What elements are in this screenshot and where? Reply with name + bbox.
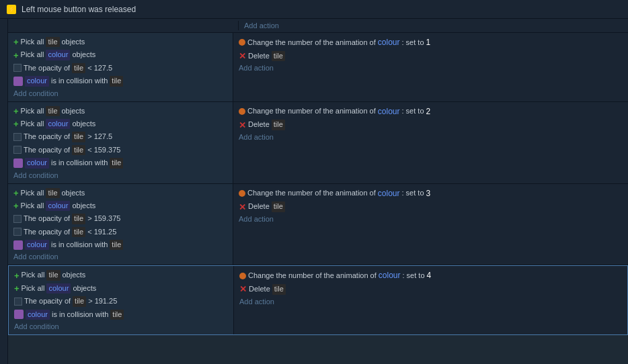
tile-keyword: tile (272, 51, 285, 61)
condition-item: + Pick all tile objects (13, 105, 230, 118)
tile-keyword: tile (72, 214, 85, 224)
compare-text: > 159.375 (87, 214, 120, 224)
event-panel: Add action + Pick all tile objects + Pic… (8, 19, 628, 364)
sprite-icon (13, 158, 23, 168)
anim-value: 3 (426, 188, 431, 199)
conditions-col: + Pick all tile objects + Pick all colou… (9, 266, 234, 334)
compare-text: < 191.25 (87, 227, 116, 237)
orange-dot-icon (239, 190, 245, 197)
change-anim-text: Change the number of the animation of (247, 106, 376, 116)
colour-keyword: colour (25, 76, 49, 86)
set-to-text: : set to (402, 271, 424, 281)
objects-text: objects (63, 270, 86, 280)
action-item: ✕ Delete tile (239, 200, 625, 213)
plus-icon: + (14, 271, 19, 280)
action-item: Change the number of the animation of co… (239, 105, 625, 119)
condition-item: + Pick all tile objects (13, 187, 230, 199)
objects-text: objects (72, 119, 95, 129)
app-container: ⚡ Left mouse button was released Add act… (0, 0, 628, 364)
compare-text: < 127.5 (87, 63, 112, 73)
anim-value: 2 (426, 106, 431, 118)
top-add-action[interactable]: Add action (244, 20, 279, 31)
condition-item: + Pick all colour objects (13, 48, 230, 61)
colour-keyword: colour (46, 201, 70, 211)
tile-keyword: tile (46, 106, 59, 116)
condition-item: + Pick all colour objects (13, 199, 230, 212)
tile-keyword: tile (272, 120, 285, 130)
action-item: ✕ Delete tile (239, 283, 625, 295)
set-to-text: : set to (401, 106, 424, 116)
delete-text: Delete (249, 284, 270, 294)
square-icon (14, 298, 22, 306)
left-gutter (0, 19, 8, 364)
sprite-icon (14, 310, 24, 319)
sprite-icon (13, 240, 23, 250)
actions-col: Change the number of the animation of co… (234, 266, 627, 334)
tile-keyword: tile (46, 37, 59, 47)
plus-icon: + (13, 201, 19, 210)
cross-icon: ✕ (239, 121, 246, 130)
cross-icon: ✕ (239, 203, 246, 212)
condition-item: colour is in collision with tile (13, 238, 230, 251)
colour-keyword: colour (26, 310, 50, 320)
objects-text: objects (72, 50, 95, 60)
top-bar: ⚡ Left mouse button was released (0, 0, 628, 19)
condition-item: The opacity of tile > 127.5 (13, 130, 230, 143)
add-action-label[interactable]: Add action (239, 214, 625, 224)
action-item: Change the number of the animation of co… (239, 269, 625, 283)
add-condition-label[interactable]: Add condition (14, 321, 231, 332)
plus-icon: + (13, 51, 19, 60)
condition-item: colour is in collision with tile (14, 308, 231, 321)
tile-keyword: tile (72, 145, 85, 155)
objects-text: objects (62, 106, 85, 116)
colour-keyword: colour (25, 240, 49, 250)
delete-text: Delete (248, 51, 270, 61)
event-row: + Pick all tile objects + Pick all colou… (8, 102, 628, 184)
action-item: ✕ Delete tile (239, 118, 625, 131)
condition-item: colour is in collision with tile (13, 156, 230, 169)
anim-value: 4 (427, 270, 432, 281)
add-action-label[interactable]: Add action (239, 132, 625, 142)
pick-all-text: Pick all (21, 201, 44, 211)
action-item: Change the number of the animation of co… (239, 187, 625, 201)
event-title: Left mouse button was released (22, 5, 136, 14)
pick-all-text: Pick all (21, 188, 44, 198)
plus-icon: + (13, 120, 19, 128)
plus-icon: + (13, 189, 19, 197)
add-condition-label[interactable]: Add condition (13, 88, 230, 99)
tile-keyword: tile (110, 240, 123, 250)
condition-item: The opacity of tile > 159.375 (13, 212, 230, 225)
action-item: Change the number of the animation of co… (239, 36, 625, 50)
tile-keyword: tile (46, 188, 59, 198)
tile-keyword: tile (72, 132, 85, 142)
action-item: ✕ Delete tile (239, 50, 625, 62)
cross-icon: ✕ (239, 285, 247, 293)
delete-text: Delete (248, 201, 270, 212)
orange-dot-icon (239, 273, 246, 279)
event-row: + Pick all tile objects + Pick all colou… (8, 184, 628, 266)
square-icon (13, 228, 22, 236)
pick-all-text: Pick all (21, 119, 44, 129)
tile-keyword: tile (110, 310, 124, 320)
opacity-text: The opacity of (24, 132, 70, 142)
tile-keyword: tile (272, 201, 285, 212)
event-row-highlighted: + Pick all tile objects + Pick all colou… (8, 265, 628, 335)
change-anim-text: Change the number of the animation of (248, 271, 377, 281)
tile-keyword: tile (72, 63, 85, 73)
add-condition-label[interactable]: Add condition (13, 170, 230, 181)
condition-item: + Pick all tile objects (14, 269, 231, 281)
square-icon (13, 215, 22, 223)
tile-keyword: tile (110, 158, 123, 168)
collision-text: is in collision with (51, 76, 108, 86)
anim-value: 1 (426, 37, 431, 48)
tile-keyword: tile (110, 76, 123, 86)
plus-icon: + (14, 284, 19, 293)
cross-icon: ✕ (239, 52, 246, 60)
add-condition-label[interactable]: Add condition (13, 251, 230, 262)
plus-icon: + (13, 107, 19, 116)
add-action-label[interactable]: Add action (239, 62, 625, 73)
condition-item: The opacity of tile < 159.375 (13, 144, 230, 156)
add-action-label[interactable]: Add action (239, 296, 625, 307)
tile-keyword: tile (73, 296, 86, 306)
square-icon (13, 64, 22, 72)
